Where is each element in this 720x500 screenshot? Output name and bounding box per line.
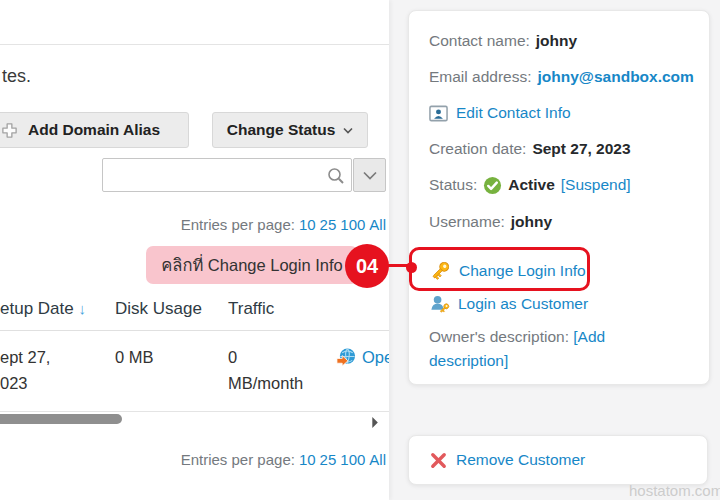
column-header-setup-date[interactable]: etup Date ↓	[0, 299, 86, 319]
username-row: Username: johny	[429, 210, 695, 234]
email-link[interactable]: johny@sandbox.com	[538, 68, 694, 86]
entries-per-page-bottom: Entries per page:1025100All	[181, 451, 386, 468]
watermark: hostatom.com	[629, 482, 720, 499]
entries-per-page-top: Entries per page:1025100All	[181, 216, 386, 233]
contact-name-row: Contact name: johny	[429, 29, 695, 53]
table-row-divider	[0, 411, 389, 412]
entries-option-100[interactable]: 100	[340, 451, 365, 468]
change-login-info-label: Change Login Info	[459, 262, 586, 280]
remove-customer-card: Remove Customer	[408, 435, 708, 485]
step-number-badge: 04	[345, 244, 389, 288]
contact-name-label: Contact name:	[429, 32, 530, 50]
change-login-info-link[interactable]: Change Login Info	[429, 259, 695, 283]
cell-traffic: 0 MB/month	[228, 344, 303, 396]
entries-option-25[interactable]: 25	[320, 216, 337, 233]
search-input[interactable]	[102, 158, 352, 192]
creation-date-row: Creation date: Sept 27, 2023	[429, 137, 695, 161]
person-key-icon	[429, 294, 450, 315]
tutorial-annotation: คลิกที่ Change Login Info	[146, 246, 358, 284]
add-domain-alias-label: Add Domain Alias	[28, 121, 160, 139]
chevron-down-icon	[363, 171, 377, 180]
contact-card-icon	[429, 104, 448, 123]
entries-label: Entries per page:	[181, 451, 295, 468]
remove-customer-link[interactable]: Remove Customer	[429, 451, 585, 470]
status-value: Active	[508, 176, 555, 194]
scroll-right-arrow-icon[interactable]	[371, 414, 378, 432]
entries-option-all[interactable]: All	[369, 216, 386, 233]
entries-option-10[interactable]: 10	[299, 216, 316, 233]
column-header-disk-usage[interactable]: Disk Usage	[115, 299, 202, 319]
divider	[0, 44, 389, 45]
change-status-button[interactable]: Change Status	[212, 112, 368, 148]
owner-description-label: Owner's description:	[429, 328, 569, 345]
edit-contact-info-label: Edit Contact Info	[456, 104, 571, 122]
creation-date-value: Sept 27, 2023	[532, 140, 630, 158]
username-label: Username:	[429, 213, 505, 231]
status-row: Status: Active [Suspend]	[429, 173, 695, 197]
traffic-line2: MB/month	[228, 370, 303, 396]
column-header-traffic[interactable]: Traffic	[228, 299, 274, 319]
login-as-customer-link[interactable]: Login as Customer	[429, 292, 695, 316]
customer-contact-card: Contact name: johny Email address: johny…	[408, 10, 710, 385]
add-domain-alias-button[interactable]: Add Domain Alias	[0, 112, 189, 148]
check-circle-icon	[483, 176, 502, 195]
email-label: Email address:	[429, 68, 532, 86]
search-options-dropdown[interactable]	[353, 158, 386, 192]
username-value: johny	[511, 213, 552, 231]
cell-setup-date: ept 27, 023	[0, 344, 50, 396]
entries-label: Entries per page:	[181, 216, 295, 233]
setup-date-line2: 023	[0, 370, 50, 396]
cell-open-site: Ope	[336, 346, 389, 368]
cell-disk-usage: 0 MB	[115, 344, 154, 370]
chevron-down-icon	[343, 127, 353, 134]
login-as-customer-label: Login as Customer	[458, 295, 588, 313]
change-status-label: Change Status	[227, 121, 336, 139]
entries-option-10[interactable]: 10	[299, 451, 316, 468]
setup-date-header-label: etup Date	[0, 299, 74, 318]
key-icon	[429, 260, 451, 282]
status-label: Status:	[429, 176, 477, 194]
email-row: Email address: johny@sandbox.com	[429, 65, 695, 89]
suspend-link[interactable]: [Suspend]	[561, 176, 631, 194]
setup-date-line1: ept 27,	[0, 344, 50, 370]
red-x-icon	[429, 451, 448, 470]
traffic-line1: 0	[228, 344, 303, 370]
remove-customer-label: Remove Customer	[456, 451, 585, 469]
table-header-divider	[0, 330, 389, 331]
entries-option-100[interactable]: 100	[340, 216, 365, 233]
search-icon[interactable]	[324, 164, 348, 188]
plus-icon	[1, 122, 18, 139]
sort-descending-icon: ↓	[78, 300, 86, 317]
creation-date-label: Creation date:	[429, 140, 526, 158]
globe-icon	[336, 346, 357, 368]
horizontal-scrollbar-thumb[interactable]	[0, 414, 122, 424]
truncated-description-text: tes.	[2, 66, 31, 87]
open-site-link[interactable]: Ope	[362, 348, 389, 367]
annotation-connector-dot	[406, 262, 417, 273]
entries-option-25[interactable]: 25	[320, 451, 337, 468]
edit-contact-info-link[interactable]: Edit Contact Info	[429, 101, 695, 125]
contact-name-value: johny	[536, 32, 577, 50]
entries-option-all[interactable]: All	[369, 451, 386, 468]
owner-description-row: Owner's description: [Add description]	[429, 325, 684, 373]
